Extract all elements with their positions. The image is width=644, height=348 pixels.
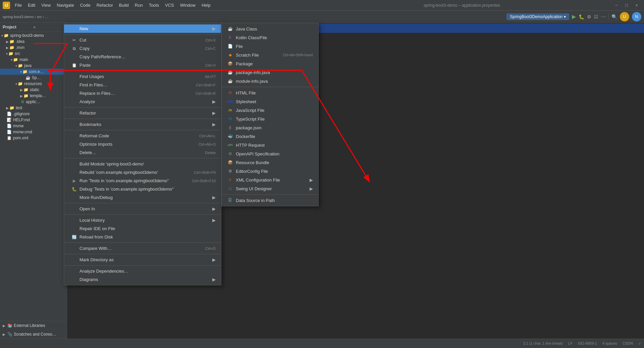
ctx-open-in[interactable]: Open In ▶	[64, 205, 221, 213]
tree-item-root[interactable]: ▾ 📁 spring-boot3-demo	[0, 32, 67, 39]
copy-icon: ⧉	[71, 46, 77, 51]
sub-file[interactable]: 📄 File	[222, 42, 318, 51]
ctx-find-files[interactable]: Find in Files… Ctrl+Shift+F	[64, 81, 221, 89]
tree-item-resources[interactable]: ▾ 📁 resources	[0, 81, 67, 87]
ctx-bookmarks[interactable]: Bookmarks ▶	[64, 120, 221, 129]
ctx-replace-files[interactable]: Replace in Files… Ctrl+Shift+R	[64, 89, 221, 97]
tree-label: test	[16, 106, 22, 110]
tree-item-gitignore[interactable]: 📄 .gitignore	[0, 111, 67, 117]
sub-kotlin-file[interactable]: K Kotlin Class/File	[222, 33, 318, 42]
sub-stylesheet[interactable]: CSS Stylesheet	[222, 97, 318, 106]
ctx-copy-path[interactable]: Copy Path/Reference…	[64, 53, 221, 61]
menu-vcs[interactable]: VCS	[162, 1, 177, 9]
separator-3	[64, 107, 221, 108]
ctx-debug-tests[interactable]: 🐛 Debug 'Tests in 'com.example.springboo…	[64, 185, 221, 193]
sub-typescript[interactable]: TS TypeScript File	[222, 115, 318, 123]
external-libraries-item[interactable]: ▶ 📚 External Libraries	[0, 321, 67, 330]
menu-tools[interactable]: Tools	[146, 1, 162, 9]
menu-build[interactable]: Build	[116, 1, 131, 9]
ctx-reload[interactable]: 🔄 Reload from Disk	[64, 233, 221, 241]
ctx-rebuild[interactable]: Rebuild 'com.example.springboot3demo' Ct…	[64, 168, 221, 177]
menu-run[interactable]: Run	[132, 1, 146, 9]
ctx-analyze[interactable]: Analyze ▶	[64, 97, 221, 106]
tree-item-com[interactable]: ▾ 📁 com.e…	[0, 69, 67, 75]
user-avatar[interactable]: U	[620, 12, 629, 21]
ctx-copy[interactable]: ⧉ Copy Ctrl+C	[64, 44, 221, 53]
debug-button[interactable]: 🐛	[579, 14, 584, 19]
sidebar-menu-button[interactable]: ≡	[34, 25, 64, 29]
java-class-label: Java Class	[236, 26, 313, 31]
menu-edit[interactable]: Edit	[25, 1, 38, 9]
swing-label: Swing UI Designer	[236, 186, 308, 191]
sub-html[interactable]: H HTML File	[222, 88, 318, 97]
ctx-new[interactable]: New ▶	[64, 24, 221, 33]
ctx-optimize-shortcut: Ctrl+Alt+O	[199, 142, 216, 146]
tree-item-main[interactable]: ▾ 📁 main	[0, 57, 67, 63]
ctx-more-run[interactable]: More Run/Debug ▶	[64, 193, 221, 202]
sub-resource-bundle[interactable]: 📦 Resource Bundle	[222, 158, 318, 167]
tree-item-idea[interactable]: ▶ 📁 .idea	[0, 39, 67, 45]
sub-packagejson[interactable]: {} package.json	[222, 123, 318, 132]
tree-item-java[interactable]: ▾ 📁 java	[0, 63, 67, 69]
sub-dockerfile[interactable]: 🐳 Dockerfile	[222, 132, 318, 141]
close-button[interactable]: ×	[632, 2, 641, 9]
ctx-optimize[interactable]: Optimize Imports Ctrl+Alt+O	[64, 140, 221, 148]
sub-datasource[interactable]: 🗄 Data Source in Path	[222, 196, 318, 205]
sub-package[interactable]: 📦 Package	[222, 59, 318, 68]
ctx-paste[interactable]: 📋 Paste Ctrl+V	[64, 61, 221, 69]
ctx-compare[interactable]: Compare With… Ctrl+D	[64, 244, 221, 253]
tree-item-helpmd[interactable]: 📝 HELP.md	[0, 117, 67, 123]
sub-swing[interactable]: □ Swing UI Designer ▶	[222, 184, 318, 193]
more-run-button[interactable]: ⋯	[601, 14, 606, 19]
menu-help[interactable]: Help	[199, 1, 213, 9]
scratches-item[interactable]: ▶ 📎 Scratches and Conso…	[0, 330, 67, 339]
tree-item-src[interactable]: ▾ 📁 src	[0, 51, 67, 57]
notifications-button[interactable]: N	[632, 12, 641, 21]
ctx-analyze-deps[interactable]: Analyze Dependencies…	[64, 267, 221, 275]
sub-javascript[interactable]: JS JavaScript File	[222, 106, 318, 115]
menu-view[interactable]: View	[39, 1, 53, 9]
ctx-run-tests[interactable]: ▶ Run 'Tests in 'com.example.springboot3…	[64, 177, 221, 185]
sub-java-class[interactable]: ☕ Java Class	[222, 24, 318, 33]
maximize-button[interactable]: □	[622, 2, 631, 9]
ctx-mark-dir[interactable]: Mark Directory as ▶	[64, 256, 221, 264]
sub-scratch-file[interactable]: ◆ Scratch File Ctrl+Alt+Shift+Insert	[222, 51, 318, 59]
profile-button[interactable]: ⚙	[587, 14, 591, 19]
sub-module-info[interactable]: ☕ module-info.java	[222, 77, 318, 85]
tree-item-test[interactable]: ▶ 📁 test	[0, 105, 67, 111]
sub-xml-config[interactable]: ◊ XML Configuration File ▶	[222, 176, 318, 184]
tree-item-mvnwcmd[interactable]: 📄 mvnw.cmd	[0, 129, 67, 135]
ctx-refactor[interactable]: Refactor ▶	[64, 109, 221, 117]
run-config-selector[interactable]: SpringBoot3DemoApplication ▾	[506, 13, 569, 20]
sub-editorconfig[interactable]: ⚙ EditorConfig File	[222, 167, 318, 176]
tree-item-static[interactable]: ▶ 📁 static	[0, 87, 67, 93]
sub-http[interactable]: API HTTP Request	[222, 141, 318, 149]
run-button[interactable]: ▶	[572, 13, 576, 20]
menu-window[interactable]: Window	[177, 1, 198, 9]
ctx-build-module[interactable]: Build Module 'spring-boot3-demo'	[64, 160, 221, 168]
ctx-copy-shortcut: Ctrl+C	[205, 47, 216, 51]
menu-code[interactable]: Code	[77, 1, 93, 9]
tree-item-mvnw[interactable]: 📄 mvnw	[0, 123, 67, 129]
menu-refactor[interactable]: Refactor	[94, 1, 116, 9]
tree-item-mvn[interactable]: ▶ 📁 .mvn	[0, 45, 67, 51]
menu-file[interactable]: File	[12, 1, 24, 9]
ctx-delete[interactable]: Delete… Delete	[64, 148, 221, 157]
search-everywhere-button[interactable]: 🔍	[611, 14, 617, 19]
tree-item-templates[interactable]: ▶ 📁 templa…	[0, 93, 67, 99]
sub-package-info[interactable]: ☕ package-info.java	[222, 68, 318, 77]
ctx-repair-ide[interactable]: Repair IDE on File	[64, 224, 221, 233]
ctx-reformat[interactable]: Reformat Code Ctrl+Alt+L	[64, 132, 221, 140]
sub-openapi[interactable]: ⚙ OpenAPI Specification	[222, 149, 318, 158]
ctx-find-usages-shortcut: Alt+F7	[205, 75, 216, 79]
coverage-button[interactable]: ☑	[594, 14, 598, 19]
ctx-find-usages[interactable]: Find Usages Alt+F7	[64, 72, 221, 81]
tree-item-pomxml[interactable]: 📋 pom.xml	[0, 135, 67, 141]
menu-navigate[interactable]: Navigate	[54, 1, 76, 9]
ctx-cut[interactable]: ✂ Cut Ctrl+X	[64, 36, 221, 44]
minimize-button[interactable]: −	[612, 2, 621, 9]
ctx-local-history[interactable]: Local History ▶	[64, 216, 221, 224]
tree-item-appprops[interactable]: ⚙ applic…	[0, 99, 67, 105]
ctx-diagrams[interactable]: Diagrams ▶	[64, 275, 221, 284]
tree-item-spring-class[interactable]: ☕ Sp…	[0, 75, 67, 81]
